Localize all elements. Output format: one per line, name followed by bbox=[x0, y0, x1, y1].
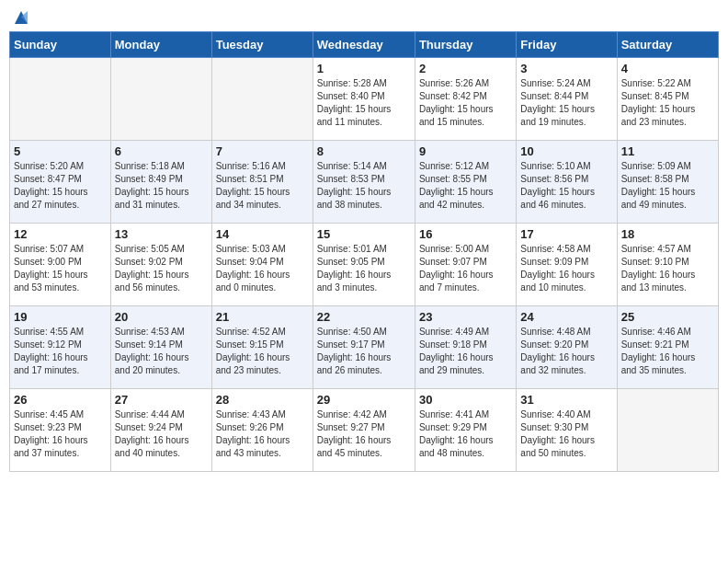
day-number: 18 bbox=[621, 227, 714, 241]
day-info: Sunrise: 4:46 AM Sunset: 9:21 PM Dayligh… bbox=[621, 326, 714, 377]
day-info: Sunrise: 4:42 AM Sunset: 9:27 PM Dayligh… bbox=[317, 408, 411, 460]
day-info: Sunrise: 4:41 AM Sunset: 9:29 PM Dayligh… bbox=[419, 408, 512, 460]
calendar-cell: 17Sunrise: 4:58 AM Sunset: 9:09 PM Dayli… bbox=[517, 224, 617, 306]
day-header-thursday: Thursday bbox=[415, 32, 516, 58]
day-header-sunday: Sunday bbox=[10, 32, 111, 58]
day-number: 31 bbox=[520, 393, 612, 407]
calendar-cell: 28Sunrise: 4:43 AM Sunset: 9:26 PM Dayli… bbox=[211, 389, 313, 472]
day-info: Sunrise: 5:00 AM Sunset: 9:07 PM Dayligh… bbox=[419, 243, 512, 294]
calendar-cell: 18Sunrise: 4:57 AM Sunset: 9:10 PM Dayli… bbox=[617, 224, 718, 306]
calendar-cell: 13Sunrise: 5:05 AM Sunset: 9:02 PM Dayli… bbox=[110, 224, 211, 306]
calendar-week-1: 1Sunrise: 5:28 AM Sunset: 8:40 PM Daylig… bbox=[10, 58, 719, 141]
calendar-week-3: 12Sunrise: 5:07 AM Sunset: 9:00 PM Dayli… bbox=[10, 224, 719, 306]
calendar-cell: 24Sunrise: 4:48 AM Sunset: 9:20 PM Dayli… bbox=[517, 306, 617, 389]
day-number: 28 bbox=[216, 393, 309, 407]
day-header-monday: Monday bbox=[110, 32, 211, 58]
day-number: 17 bbox=[520, 227, 612, 241]
calendar-cell: 12Sunrise: 5:07 AM Sunset: 9:00 PM Dayli… bbox=[10, 224, 111, 306]
calendar-cell: 14Sunrise: 5:03 AM Sunset: 9:04 PM Dayli… bbox=[211, 224, 313, 306]
day-number: 13 bbox=[115, 227, 208, 241]
calendar-cell: 27Sunrise: 4:44 AM Sunset: 9:24 PM Dayli… bbox=[110, 389, 211, 472]
day-info: Sunrise: 5:16 AM Sunset: 8:51 PM Dayligh… bbox=[216, 160, 309, 212]
day-info: Sunrise: 5:03 AM Sunset: 9:04 PM Dayligh… bbox=[216, 243, 309, 294]
calendar-cell bbox=[211, 58, 313, 141]
day-number: 5 bbox=[14, 144, 107, 158]
day-header-friday: Friday bbox=[517, 32, 617, 58]
day-number: 1 bbox=[317, 62, 411, 75]
day-number: 27 bbox=[115, 393, 208, 407]
day-info: Sunrise: 5:07 AM Sunset: 9:00 PM Dayligh… bbox=[14, 243, 107, 294]
day-info: Sunrise: 4:40 AM Sunset: 9:30 PM Dayligh… bbox=[520, 408, 612, 460]
day-info: Sunrise: 5:10 AM Sunset: 8:56 PM Dayligh… bbox=[520, 160, 612, 212]
day-number: 24 bbox=[520, 310, 612, 324]
calendar-cell: 9Sunrise: 5:12 AM Sunset: 8:55 PM Daylig… bbox=[415, 141, 516, 224]
calendar-cell: 20Sunrise: 4:53 AM Sunset: 9:14 PM Dayli… bbox=[110, 306, 211, 389]
calendar-cell: 11Sunrise: 5:09 AM Sunset: 8:58 PM Dayli… bbox=[617, 141, 718, 224]
day-number: 23 bbox=[419, 310, 512, 324]
day-info: Sunrise: 5:09 AM Sunset: 8:58 PM Dayligh… bbox=[621, 160, 714, 212]
day-number: 4 bbox=[621, 62, 714, 75]
day-info: Sunrise: 4:43 AM Sunset: 9:26 PM Dayligh… bbox=[216, 408, 309, 460]
day-number: 22 bbox=[317, 310, 411, 324]
day-header-saturday: Saturday bbox=[617, 32, 718, 58]
day-info: Sunrise: 5:14 AM Sunset: 8:53 PM Dayligh… bbox=[317, 160, 411, 212]
calendar-cell: 21Sunrise: 4:52 AM Sunset: 9:15 PM Dayli… bbox=[211, 306, 313, 389]
day-info: Sunrise: 4:52 AM Sunset: 9:15 PM Dayligh… bbox=[216, 326, 309, 377]
calendar-cell bbox=[617, 389, 718, 472]
day-number: 11 bbox=[621, 144, 714, 158]
calendar-cell: 7Sunrise: 5:16 AM Sunset: 8:51 PM Daylig… bbox=[211, 141, 313, 224]
day-info: Sunrise: 5:26 AM Sunset: 8:42 PM Dayligh… bbox=[419, 77, 512, 129]
day-info: Sunrise: 5:22 AM Sunset: 8:45 PM Dayligh… bbox=[621, 77, 714, 129]
calendar-cell: 31Sunrise: 4:40 AM Sunset: 9:30 PM Dayli… bbox=[517, 389, 617, 472]
day-number: 10 bbox=[520, 144, 612, 158]
calendar-cell: 30Sunrise: 4:41 AM Sunset: 9:29 PM Dayli… bbox=[415, 389, 516, 472]
day-number: 25 bbox=[621, 310, 714, 324]
calendar-cell: 23Sunrise: 4:49 AM Sunset: 9:18 PM Dayli… bbox=[415, 306, 516, 389]
calendar-cell: 15Sunrise: 5:01 AM Sunset: 9:05 PM Dayli… bbox=[313, 224, 415, 306]
calendar-cell: 1Sunrise: 5:28 AM Sunset: 8:40 PM Daylig… bbox=[313, 58, 415, 141]
day-number: 20 bbox=[115, 310, 208, 324]
calendar-week-4: 19Sunrise: 4:55 AM Sunset: 9:12 PM Dayli… bbox=[10, 306, 719, 389]
calendar-cell: 3Sunrise: 5:24 AM Sunset: 8:44 PM Daylig… bbox=[517, 58, 617, 141]
day-number: 9 bbox=[419, 144, 512, 158]
calendar-cell bbox=[110, 58, 211, 141]
day-number: 6 bbox=[115, 144, 208, 158]
calendar-cell: 29Sunrise: 4:42 AM Sunset: 9:27 PM Dayli… bbox=[313, 389, 415, 472]
day-info: Sunrise: 5:05 AM Sunset: 9:02 PM Dayligh… bbox=[115, 243, 208, 294]
day-info: Sunrise: 4:53 AM Sunset: 9:14 PM Dayligh… bbox=[115, 326, 208, 377]
calendar-cell: 5Sunrise: 5:20 AM Sunset: 8:47 PM Daylig… bbox=[10, 141, 111, 224]
day-info: Sunrise: 5:20 AM Sunset: 8:47 PM Dayligh… bbox=[14, 160, 107, 212]
day-number: 15 bbox=[317, 227, 411, 241]
day-number: 30 bbox=[419, 393, 512, 407]
calendar-cell: 10Sunrise: 5:10 AM Sunset: 8:56 PM Dayli… bbox=[517, 141, 617, 224]
page-header bbox=[9, 9, 719, 24]
day-number: 14 bbox=[216, 227, 309, 241]
day-info: Sunrise: 4:50 AM Sunset: 9:17 PM Dayligh… bbox=[317, 326, 411, 377]
day-header-wednesday: Wednesday bbox=[313, 32, 415, 58]
calendar-week-5: 26Sunrise: 4:45 AM Sunset: 9:23 PM Dayli… bbox=[10, 389, 719, 472]
calendar-header-row: SundayMondayTuesdayWednesdayThursdayFrid… bbox=[10, 32, 719, 58]
day-info: Sunrise: 4:45 AM Sunset: 9:23 PM Dayligh… bbox=[14, 408, 107, 460]
calendar-week-2: 5Sunrise: 5:20 AM Sunset: 8:47 PM Daylig… bbox=[10, 141, 719, 224]
day-info: Sunrise: 4:44 AM Sunset: 9:24 PM Dayligh… bbox=[115, 408, 208, 460]
calendar-cell: 2Sunrise: 5:26 AM Sunset: 8:42 PM Daylig… bbox=[415, 58, 516, 141]
calendar-cell: 22Sunrise: 4:50 AM Sunset: 9:17 PM Dayli… bbox=[313, 306, 415, 389]
calendar-cell: 8Sunrise: 5:14 AM Sunset: 8:53 PM Daylig… bbox=[313, 141, 415, 224]
day-number: 2 bbox=[419, 62, 512, 75]
calendar-cell: 4Sunrise: 5:22 AM Sunset: 8:45 PM Daylig… bbox=[617, 58, 718, 141]
day-info: Sunrise: 4:55 AM Sunset: 9:12 PM Dayligh… bbox=[14, 326, 107, 377]
day-info: Sunrise: 5:12 AM Sunset: 8:55 PM Dayligh… bbox=[419, 160, 512, 212]
day-number: 12 bbox=[14, 227, 107, 241]
day-number: 16 bbox=[419, 227, 512, 241]
calendar-cell: 16Sunrise: 5:00 AM Sunset: 9:07 PM Dayli… bbox=[415, 224, 516, 306]
day-number: 21 bbox=[216, 310, 309, 324]
calendar-cell: 6Sunrise: 5:18 AM Sunset: 8:49 PM Daylig… bbox=[110, 141, 211, 224]
day-number: 3 bbox=[520, 62, 612, 75]
day-number: 19 bbox=[14, 310, 107, 324]
day-number: 26 bbox=[14, 393, 107, 407]
calendar-cell bbox=[10, 58, 111, 141]
day-info: Sunrise: 5:01 AM Sunset: 9:05 PM Dayligh… bbox=[317, 243, 411, 294]
calendar-cell: 25Sunrise: 4:46 AM Sunset: 9:21 PM Dayli… bbox=[617, 306, 718, 389]
logo bbox=[9, 9, 31, 24]
day-info: Sunrise: 5:18 AM Sunset: 8:49 PM Dayligh… bbox=[115, 160, 208, 212]
